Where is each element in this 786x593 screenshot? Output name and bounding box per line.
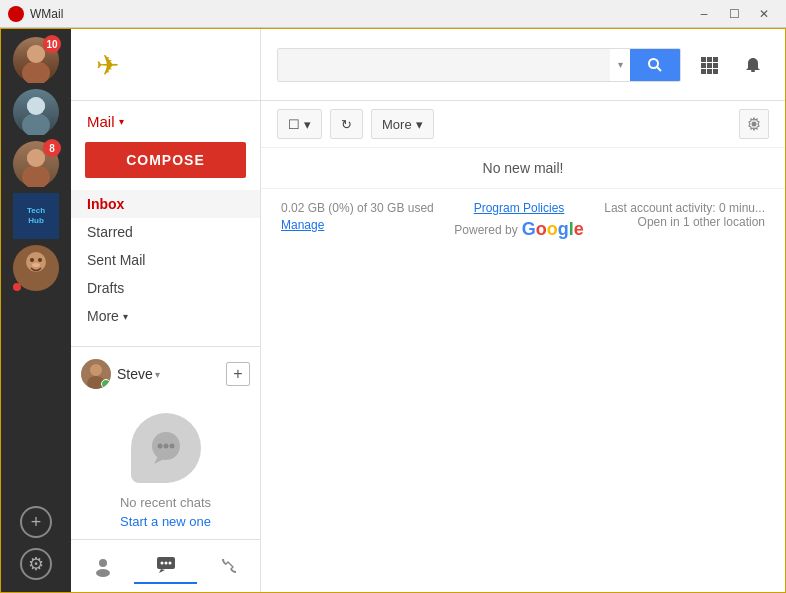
svg-text:Tech: Tech	[27, 206, 45, 215]
phone-tab[interactable]	[197, 548, 260, 584]
svg-rect-39	[701, 63, 706, 68]
refresh-button[interactable]: ↻	[330, 109, 363, 139]
nav-item-drafts[interactable]: Drafts	[71, 274, 260, 302]
google-logo: Google	[522, 219, 584, 240]
settings-button[interactable]: ⚙	[20, 548, 52, 580]
svg-point-6	[27, 97, 45, 115]
svg-rect-41	[713, 63, 718, 68]
svg-point-27	[99, 559, 107, 567]
svg-line-35	[657, 67, 661, 71]
svg-point-20	[90, 364, 102, 376]
nav-item-inbox[interactable]: Inbox	[71, 190, 260, 218]
app-logo: ✈	[87, 45, 127, 85]
svg-text:Hub: Hub	[28, 216, 44, 225]
svg-rect-43	[707, 69, 712, 74]
powered-by-text: Powered by	[454, 223, 517, 237]
nav-more-button[interactable]: More ▾	[71, 302, 260, 330]
svg-rect-42	[701, 69, 706, 74]
svg-rect-45	[751, 70, 755, 72]
svg-point-32	[164, 562, 167, 565]
account-badge-1: 10	[43, 35, 61, 53]
powered-by: Powered by Google	[454, 219, 583, 240]
svg-point-33	[168, 562, 171, 565]
search-dropdown-arrow[interactable]: ▾	[610, 59, 630, 70]
mail-nav-header[interactable]: Mail ▾	[71, 101, 260, 138]
start-new-chat-link[interactable]: Start a new one	[120, 514, 211, 529]
nav-item-sent[interactable]: Sent Mail	[71, 246, 260, 274]
compose-button[interactable]: COMPOSE	[85, 142, 246, 178]
title-bar: WMail – ☐ ✕	[0, 0, 786, 28]
mail-label: Mail	[87, 113, 115, 130]
storage-text: 0.02 GB (0%) of 30 GB used	[281, 201, 434, 215]
account-avatar-4[interactable]: Tech Hub	[13, 193, 59, 239]
svg-point-3	[27, 45, 45, 63]
account-avatar-3[interactable]: 8	[13, 141, 59, 187]
chat-bottom-tabs	[71, 539, 260, 592]
svg-point-25	[163, 444, 168, 449]
account-avatar-5[interactable]	[13, 245, 59, 291]
more-toolbar-button[interactable]: More ▾	[371, 109, 434, 139]
refresh-icon: ↻	[341, 117, 352, 132]
select-checkbox-button[interactable]: ☐ ▾	[277, 109, 322, 139]
open-in-text: Open in 1 other location	[604, 215, 765, 229]
chat-online-indicator	[101, 379, 111, 389]
svg-point-31	[160, 562, 163, 565]
svg-text:✈: ✈	[96, 50, 119, 81]
mail-body: No new mail! 0.02 GB (0%) of 30 GB used …	[261, 148, 785, 592]
nav-section: Mail ▾ COMPOSE Inbox Starred Sent Mail D…	[71, 101, 260, 346]
search-button[interactable]	[630, 48, 680, 82]
svg-point-5	[22, 113, 50, 135]
add-account-button[interactable]: +	[20, 506, 52, 538]
svg-point-15	[30, 258, 34, 262]
app-container: 10 8	[0, 28, 786, 593]
svg-point-46	[752, 122, 757, 127]
top-right-icons	[693, 49, 769, 81]
app-icon	[8, 6, 24, 22]
manage-link[interactable]: Manage	[281, 218, 324, 232]
svg-point-24	[157, 444, 162, 449]
svg-point-34	[649, 59, 658, 68]
nav-header: ✈	[71, 29, 260, 101]
chat-tab[interactable]	[134, 548, 197, 584]
search-input[interactable]	[278, 49, 610, 81]
top-toolbar: ▾	[261, 29, 785, 101]
title-bar-text: WMail	[30, 7, 690, 21]
svg-point-28	[96, 569, 110, 577]
mail-toolbar: ☐ ▾ ↻ More ▾	[261, 101, 785, 148]
minimize-button[interactable]: –	[690, 4, 718, 24]
chat-bubble-icon	[131, 413, 201, 483]
search-box: ▾	[277, 48, 681, 82]
chat-section: Steve ▾ + No recent chats Start a new on…	[71, 346, 260, 539]
svg-rect-38	[713, 57, 718, 62]
account-activity-text: Last account activity: 0 minu...	[604, 201, 765, 215]
svg-point-9	[27, 149, 45, 167]
nav-item-starred[interactable]: Starred	[71, 218, 260, 246]
close-button[interactable]: ✕	[750, 4, 778, 24]
mail-dropdown-arrow: ▾	[119, 116, 124, 127]
chat-user-avatar	[81, 359, 111, 389]
program-policies-link[interactable]: Program Policies	[474, 201, 565, 215]
checkbox-arrow: ▾	[304, 117, 311, 132]
chat-user-arrow: ▾	[155, 369, 160, 380]
grid-icon-button[interactable]	[693, 49, 725, 81]
maximize-button[interactable]: ☐	[720, 4, 748, 24]
chat-user-name: Steve	[117, 366, 153, 382]
window-controls: – ☐ ✕	[690, 4, 778, 24]
account-avatar-1[interactable]: 10	[13, 37, 59, 83]
no-chats-area: No recent chats Start a new one	[71, 393, 260, 539]
account-avatar-2[interactable]	[13, 89, 59, 135]
account-info: Last account activity: 0 minu... Open in…	[604, 201, 765, 229]
contacts-tab[interactable]	[71, 548, 134, 584]
settings-gear-button[interactable]	[739, 109, 769, 139]
no-new-mail-text: No new mail!	[261, 148, 785, 189]
svg-rect-44	[713, 69, 718, 74]
account-badge-3: 8	[43, 139, 61, 157]
svg-rect-37	[707, 57, 712, 62]
svg-point-17	[32, 263, 40, 267]
chat-user-row[interactable]: Steve ▾ +	[71, 355, 260, 393]
google-info: Program Policies Powered by Google	[454, 201, 583, 240]
notifications-button[interactable]	[737, 49, 769, 81]
add-chat-button[interactable]: +	[226, 362, 250, 386]
svg-marker-30	[159, 569, 165, 573]
svg-point-2	[22, 61, 50, 83]
